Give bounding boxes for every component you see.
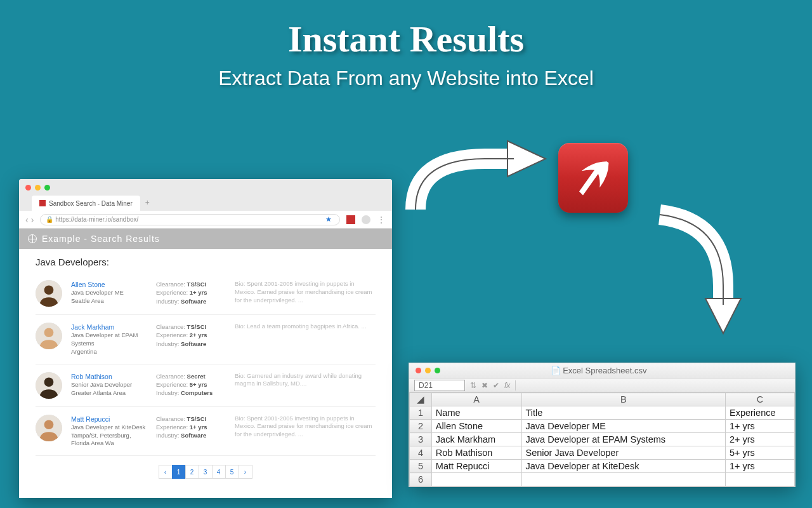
row-header[interactable]: 2	[410, 420, 432, 433]
result-location: Seattle Area	[71, 297, 147, 305]
profile-icon[interactable]	[362, 215, 370, 224]
cell[interactable]: Java Developer at KiteDesk	[521, 460, 725, 473]
result-industry: Industry: Software	[156, 431, 226, 439]
forward-button[interactable]: ›	[31, 215, 34, 225]
result-title: Java Developer at KiteDesk	[71, 424, 147, 432]
result-experience: Experience: 5+ yrs	[156, 380, 226, 389]
cell[interactable]: Experience	[725, 406, 794, 420]
result-industry: Industry: Software	[156, 297, 226, 305]
cell[interactable]: Jack Markham	[431, 433, 521, 446]
data-miner-app-icon	[558, 143, 628, 213]
result-name-link[interactable]: Matt Repucci	[71, 415, 147, 424]
svg-point-5	[44, 377, 54, 387]
maximize-window-button[interactable]	[435, 368, 440, 373]
result-location: Greater Atlanta Area	[71, 389, 147, 398]
cell[interactable]: Rob Mathison	[431, 446, 521, 460]
url-input[interactable]: 🔒 https://data-miner.io/sandbox/ ★	[40, 214, 340, 225]
result-industry: Industry: Software	[156, 340, 226, 348]
result-industry: Industry: Computers	[156, 389, 226, 397]
cell[interactable]	[725, 473, 794, 486]
flow-arrow-icon	[403, 140, 549, 216]
maximize-window-button[interactable]	[44, 185, 50, 190]
cancel-formula-icon[interactable]: ✖	[481, 381, 488, 390]
browser-window: Sandbox Search - Data Miner + ‹ › 🔒 http…	[19, 179, 392, 498]
browser-tab[interactable]: Sandbox Search - Data Miner	[32, 196, 140, 211]
results-list: Allen StoneJava Developer MESeattle Area…	[19, 272, 392, 456]
globe-icon	[28, 234, 37, 243]
cell[interactable]: Senior Java Developer	[521, 446, 725, 460]
cell[interactable]: Title	[521, 406, 725, 420]
stepper-icon[interactable]: ⇅	[470, 381, 476, 390]
svg-point-1	[44, 285, 54, 295]
fx-label[interactable]: fx	[504, 381, 510, 390]
row-header[interactable]: 6	[410, 473, 432, 486]
back-button[interactable]: ‹	[25, 215, 29, 225]
column-header[interactable]: B	[521, 393, 725, 406]
result-title: Java Developer ME	[71, 289, 147, 297]
cell[interactable]: Java Developer at EPAM Systems	[521, 433, 725, 446]
result-name-link[interactable]: Jack Markham	[71, 323, 147, 331]
hero-title: Instant Results	[0, 18, 812, 60]
pagination: ‹12345›	[19, 456, 392, 488]
result-name-link[interactable]: Allen Stone	[71, 280, 147, 289]
result-bio: Bio: Lead a team promoting bagpipes in A…	[235, 323, 376, 356]
pagination-button[interactable]: ‹	[159, 465, 173, 479]
minimize-window-button[interactable]	[35, 185, 41, 190]
result-row: Rob MathisonSenior Java DeveloperGreater…	[36, 364, 376, 407]
avatar	[36, 415, 62, 441]
cell[interactable]: Java Developer ME	[521, 420, 725, 433]
row-header[interactable]: 1	[410, 406, 432, 420]
result-bio: Bio: Spent 2001-2005 investing in puppet…	[235, 280, 376, 307]
pickaxe-icon	[570, 154, 617, 202]
pagination-button[interactable]: 2	[185, 465, 199, 479]
close-window-button[interactable]	[25, 185, 31, 190]
row-header[interactable]: 5	[410, 460, 432, 473]
result-bio: Bio: Spent 2001-2005 investing in puppet…	[235, 415, 376, 448]
row-header[interactable]: 4	[410, 446, 432, 460]
extension-icon[interactable]	[346, 215, 355, 224]
bookmark-star-icon[interactable]: ★	[325, 215, 332, 224]
pagination-button[interactable]: ›	[239, 465, 252, 479]
page-header: Example - Search Results	[19, 229, 392, 249]
row-header[interactable]: 3	[410, 433, 432, 446]
result-title: Java Developer at EPAM Systems	[71, 331, 147, 348]
cell[interactable]: 2+ yrs	[725, 433, 794, 446]
result-row: Matt RepucciJava Developer at KiteDeskTa…	[36, 407, 376, 457]
cell[interactable]: Matt Repucci	[431, 460, 521, 473]
confirm-formula-icon[interactable]: ✔	[493, 381, 499, 390]
result-row: Allen StoneJava Developer MESeattle Area…	[36, 272, 376, 315]
cell-reference-input[interactable]: D21	[414, 380, 465, 391]
pagination-button[interactable]: 5	[225, 465, 239, 479]
result-location: Tampa/St. Petersburg, Florida Area Wa	[71, 432, 147, 448]
spreadsheet-filename: 📄 Excel Spreadsheet.csv	[440, 366, 757, 375]
cell[interactable]: Allen Stone	[431, 420, 521, 433]
result-experience: Experience: 1+ yrs	[156, 423, 226, 431]
cell[interactable]: 5+ yrs	[725, 446, 794, 460]
page-header-text: Example - Search Results	[42, 234, 160, 244]
select-all-corner[interactable]: ◢	[410, 393, 432, 406]
new-tab-button[interactable]: +	[140, 196, 155, 211]
pagination-button[interactable]: 4	[212, 465, 226, 479]
browser-menu-icon[interactable]: ⋮	[377, 215, 386, 225]
result-experience: Experience: 2+ yrs	[156, 331, 226, 339]
cell[interactable]	[431, 473, 521, 486]
hero-subtitle: Extract Data From any Website into Excel	[0, 67, 812, 90]
cell[interactable]	[521, 473, 725, 486]
result-location: Argentina	[71, 348, 147, 356]
result-clearance: Clearance: TS/SCI	[156, 415, 226, 423]
cell[interactable]: Name	[431, 406, 521, 420]
spreadsheet-grid[interactable]: ◢ A B C 1NameTitleExperience2Allen Stone…	[409, 392, 795, 486]
url-text: https://data-miner.io/sandbox/	[55, 216, 138, 223]
column-header[interactable]: A	[431, 393, 521, 406]
traffic-lights	[25, 185, 50, 190]
result-clearance: Clearance: TS/SCI	[156, 323, 226, 331]
minimize-window-button[interactable]	[425, 368, 431, 373]
column-header[interactable]: C	[725, 393, 794, 406]
cell[interactable]: 1+ yrs	[725, 420, 794, 433]
pagination-button[interactable]: 1	[172, 465, 186, 479]
cell[interactable]: 1+ yrs	[725, 460, 794, 473]
result-name-link[interactable]: Rob Mathison	[71, 372, 147, 381]
avatar	[36, 323, 62, 349]
pagination-button[interactable]: 3	[199, 465, 213, 479]
close-window-button[interactable]	[416, 368, 421, 373]
